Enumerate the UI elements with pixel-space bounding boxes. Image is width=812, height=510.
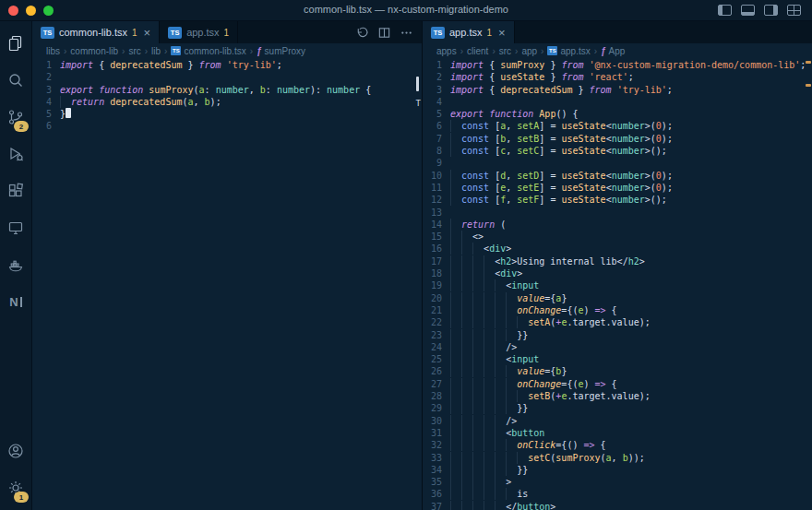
sidebar-item-search[interactable] xyxy=(0,62,31,99)
breadcrumb-item[interactable]: ƒApp xyxy=(601,46,625,56)
breadcrumb-item[interactable]: TScommon-lib.tsx xyxy=(171,46,245,56)
tab-problem-count: 1 xyxy=(132,28,137,38)
indent-guide xyxy=(472,365,484,377)
code-line[interactable]: 20value={a} xyxy=(423,292,812,304)
tab-bar-left: TS common-lib.tsx 1 × TS app.tsx 1 xyxy=(32,21,422,43)
code-line[interactable]: 11const [e, setE] = useState<number>(0); xyxy=(423,182,812,194)
code-line[interactable]: 21onChange={(e) => { xyxy=(423,304,812,316)
code-line[interactable]: 3export function sumProxy(a: number, b: … xyxy=(32,84,422,96)
code-line[interactable]: 6 xyxy=(32,120,422,132)
breadcrumb-item[interactable]: apps xyxy=(436,46,457,56)
toggle-panel-icon[interactable] xyxy=(741,5,755,16)
code-line[interactable]: 15<> xyxy=(423,231,812,243)
code-line[interactable]: 18<div> xyxy=(423,267,812,279)
code-line[interactable]: 14return ( xyxy=(423,219,812,231)
code-line[interactable]: 12const [f, setF] = useState<number>(); xyxy=(423,194,812,206)
breadcrumb-item[interactable]: src xyxy=(128,46,140,56)
token: 'try-lib' xyxy=(227,60,277,70)
token: 'try-lib' xyxy=(617,85,667,95)
close-window-button[interactable] xyxy=(8,6,18,16)
breadcrumb-item[interactable]: app xyxy=(521,46,537,56)
code-line[interactable]: 5} xyxy=(32,108,422,120)
code-line[interactable]: 28setB(+e.target.value); xyxy=(423,390,812,402)
toggle-primary-sidebar-icon[interactable] xyxy=(718,5,732,16)
indent-guide xyxy=(461,365,472,377)
code-line[interactable]: 13 xyxy=(423,207,812,219)
indent-guide xyxy=(450,194,461,206)
customize-layout-icon[interactable] xyxy=(787,5,801,16)
breadcrumb-item[interactable]: TSapp.tsx xyxy=(547,46,590,56)
code-line[interactable]: 25<input xyxy=(423,353,812,365)
code-line[interactable]: 10const [d, setD] = useState<number>(0); xyxy=(423,170,812,182)
code-line[interactable]: 2 xyxy=(32,71,422,83)
editor-left[interactable]: 1import { deprecatedSum } from 'try-lib'… xyxy=(32,58,422,510)
code-line[interactable]: 31<button xyxy=(423,427,812,439)
tab-label: common-lib.tsx xyxy=(59,27,127,38)
history-icon[interactable] xyxy=(355,26,369,40)
code-line[interactable]: 17<h2>Using internal lib</h2> xyxy=(423,255,812,267)
code-line[interactable]: 8const [c, setC] = useState<number>(); xyxy=(423,145,812,157)
code-line[interactable]: 29}} xyxy=(423,402,812,414)
indent-guide xyxy=(495,488,506,500)
breadcrumb-item[interactable]: common-lib xyxy=(70,46,118,56)
breadcrumb-item[interactable]: lib xyxy=(151,46,161,56)
code-line[interactable]: 4 xyxy=(423,96,812,108)
indent-guide xyxy=(484,415,495,427)
code-line[interactable]: 3import { deprecatedSum } from 'try-lib'… xyxy=(423,84,812,96)
more-actions-icon[interactable] xyxy=(400,26,413,40)
tab-common-lib-tsx[interactable]: TS common-lib.tsx 1 × xyxy=(32,21,160,43)
code-line[interactable]: 33setC(sumProxy(a, b)); xyxy=(423,452,812,464)
code-line[interactable]: 36is xyxy=(423,488,812,500)
code-line[interactable]: 23}} xyxy=(423,329,812,341)
sidebar-item-run-debug[interactable] xyxy=(0,136,31,172)
settings-button[interactable]: 1 xyxy=(0,469,31,506)
split-editor-icon[interactable] xyxy=(377,26,391,40)
breadcrumb-separator: › xyxy=(594,46,597,56)
breadcrumb-item[interactable]: libs xyxy=(46,46,60,56)
indent-guide xyxy=(461,316,472,328)
close-icon[interactable]: × xyxy=(144,27,151,39)
breadcrumb-item[interactable]: src xyxy=(499,46,511,56)
breadcrumb-item[interactable]: client xyxy=(467,46,488,56)
code-line[interactable]: 1import { deprecatedSum } from 'try-lib'… xyxy=(32,59,422,71)
close-icon[interactable]: × xyxy=(498,27,506,39)
sidebar-item-extensions[interactable] xyxy=(0,172,31,209)
code-line[interactable]: 34}} xyxy=(423,464,812,476)
code-line[interactable]: 32onClick={() => { xyxy=(423,439,812,451)
token: { xyxy=(489,60,500,70)
token: sumProxy xyxy=(555,453,600,463)
code-line[interactable]: 7const [b, setB] = useState<number>(0); xyxy=(423,133,812,145)
code-line[interactable]: 19<input xyxy=(423,279,812,291)
code-line[interactable]: 1import { sumProxy } from '@nx-custom-mi… xyxy=(423,59,812,71)
sidebar-item-nx-console[interactable]: N xyxy=(0,283,31,320)
code-line[interactable]: 35> xyxy=(423,476,812,488)
sidebar-item-remote-explorer[interactable] xyxy=(0,209,31,246)
code-line[interactable]: 16<div> xyxy=(423,243,812,255)
zoom-window-button[interactable] xyxy=(43,6,54,16)
editor-right[interactable]: 1import { sumProxy } from '@nx-custom-mi… xyxy=(423,58,812,510)
sidebar-item-source-control[interactable]: 2 xyxy=(0,99,31,136)
code-line[interactable]: 26value={b} xyxy=(423,365,812,377)
code-line[interactable]: 30/> xyxy=(423,415,812,427)
toggle-secondary-sidebar-icon[interactable] xyxy=(764,5,778,16)
code-line[interactable]: 24/> xyxy=(423,341,812,353)
tab-app-tsx-right[interactable]: TS app.tsx 1 × xyxy=(423,21,515,43)
code-line[interactable]: 37</button> xyxy=(423,501,812,510)
tab-app-tsx-left[interactable]: TS app.tsx 1 xyxy=(160,21,238,43)
code-line[interactable]: 5export function App() { xyxy=(423,108,812,120)
code-line[interactable]: 27onChange={(e) => { xyxy=(423,378,812,390)
code-line[interactable]: 4return deprecatedSum(a, b); xyxy=(32,96,422,108)
minimize-window-button[interactable] xyxy=(26,6,36,16)
code-line[interactable]: 6const [a, setA] = useState<number>(0); xyxy=(423,120,812,132)
code-line[interactable]: 22setA(+e.target.value); xyxy=(423,316,812,328)
indent-guide xyxy=(461,304,472,316)
code-line[interactable]: 2import { useState } from 'react'; xyxy=(423,71,812,83)
indent-guide xyxy=(484,402,495,414)
code-line[interactable]: 9 xyxy=(423,157,812,169)
breadcrumb-item[interactable]: ƒsumProxy xyxy=(257,46,305,56)
sidebar-item-docker[interactable] xyxy=(0,246,31,283)
accounts-button[interactable] xyxy=(0,433,31,469)
token: ] = xyxy=(539,183,561,193)
sidebar-item-explorer[interactable] xyxy=(0,25,31,62)
token: number xyxy=(612,171,645,181)
